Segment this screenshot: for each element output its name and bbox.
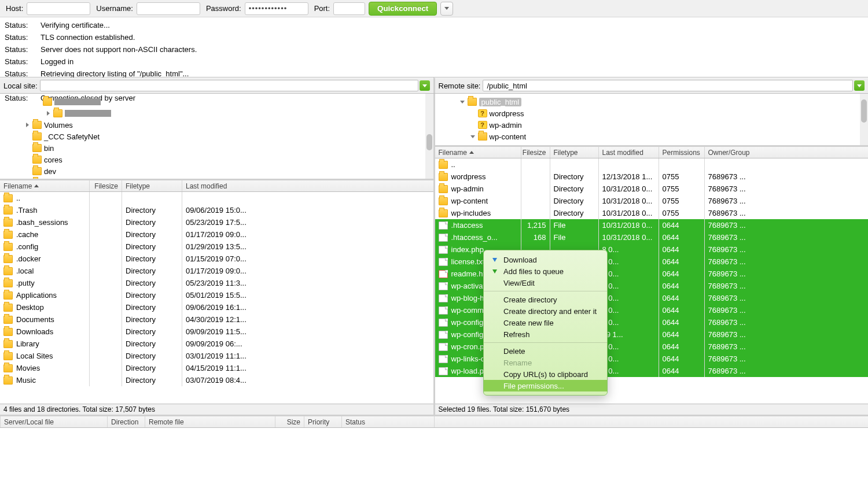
file-size [89, 241, 122, 253]
list-row[interactable]: .. [0, 192, 433, 204]
disclosure-down-icon[interactable] [470, 135, 476, 138]
password-input[interactable]: •••••••••••• [245, 2, 308, 15]
list-row[interactable]: .bash_sessionsDirectory05/23/2019 17:5..… [0, 216, 433, 228]
remote-list-header[interactable]: Filename Filesize Filetype Last modified… [435, 147, 869, 158]
col-owner[interactable]: Owner/Group [704, 147, 869, 158]
local-site-input[interactable] [40, 80, 418, 91]
folder-icon [3, 267, 13, 275]
menu-label: File permissions... [503, 382, 564, 390]
tree-node[interactable]: Volumes [0, 119, 433, 131]
remote-tree[interactable]: public_html?wordpress?wp-adminwp-content [435, 94, 869, 147]
quickconnect-button[interactable]: Quickconnect [369, 2, 437, 16]
list-row[interactable]: .htaccess1,215File10/31/2018 0...0644768… [435, 219, 869, 231]
menu-item[interactable]: Delete [484, 345, 607, 357]
col-direction[interactable]: Direction [107, 416, 145, 427]
col-filetype[interactable]: Filetype [550, 147, 598, 158]
remote-site-input[interactable]: /public_html [483, 80, 853, 91]
scrollbar[interactable] [425, 94, 433, 179]
menu-item[interactable]: Create directory [484, 294, 607, 305]
menu-item[interactable]: View/Edit [484, 277, 607, 289]
scrollbar[interactable] [860, 94, 868, 145]
list-row[interactable]: wordpressDirectory12/13/2018 1...0755768… [435, 171, 869, 183]
port-input[interactable] [333, 2, 365, 15]
host-input[interactable] [27, 2, 90, 15]
list-row[interactable]: DocumentsDirectory04/30/2019 12:1... [0, 313, 433, 326]
col-filesize[interactable]: Filesize [89, 180, 122, 191]
col-remote-file[interactable]: Remote file [145, 416, 275, 427]
tree-node[interactable]: ?wp-admin [435, 119, 869, 131]
file-type: File [550, 231, 598, 243]
file-owner: 7689673 ... [704, 353, 869, 365]
col-size[interactable]: Size [275, 416, 304, 427]
list-row[interactable]: .dockerDirectory01/15/2019 07:0... [0, 253, 433, 265]
tree-node[interactable] [0, 108, 433, 119]
list-row[interactable]: DesktopDirectory09/06/2019 16:1... [0, 301, 433, 313]
file-type: Directory [122, 253, 182, 265]
list-row[interactable]: .TrashDirectory09/06/2019 15:0... [0, 204, 433, 216]
tree-node[interactable]: wp-content [435, 131, 869, 142]
menu-item[interactable]: Add files to queue [484, 265, 607, 277]
menu-item[interactable]: File permissions... [484, 380, 607, 391]
file-type: Directory [550, 207, 598, 219]
queue-body[interactable] [0, 428, 868, 484]
col-status[interactable]: Status [341, 416, 434, 427]
remote-site-dropdown[interactable] [854, 80, 865, 91]
tree-node[interactable]: ?wordpress [435, 108, 869, 119]
tree-node[interactable]: _CCC SafetyNet [0, 131, 433, 142]
col-filename[interactable]: Filename [0, 180, 89, 191]
disclosure-right-icon[interactable] [45, 111, 51, 116]
file-size [89, 265, 122, 277]
col-server-local[interactable]: Server/Local file [0, 416, 107, 427]
list-row[interactable]: Local SitesDirectory03/01/2019 11:1... [0, 350, 433, 362]
menu-item[interactable]: Download [484, 254, 607, 265]
quickconnect-history-button[interactable] [440, 2, 453, 16]
col-priority[interactable]: Priority [304, 416, 341, 427]
file-size [521, 207, 550, 219]
disclosure-right-icon[interactable] [24, 123, 30, 127]
local-tree[interactable]: Volumes_CCC SafetyNetbincoresdevetc [0, 94, 433, 180]
file-size [89, 374, 122, 386]
local-site-label: Local site: [3, 82, 38, 90]
queue-header[interactable]: Server/Local file Direction Remote file … [0, 416, 868, 428]
list-row[interactable]: .configDirectory01/29/2019 13:5... [0, 241, 433, 253]
local-list-rows[interactable]: ...TrashDirectory09/06/2019 15:0....bash… [0, 192, 433, 404]
file-name: .. [451, 160, 455, 169]
file-name: Documents [16, 315, 54, 324]
file-type: Directory [122, 350, 182, 362]
folder-icon [3, 255, 13, 263]
list-row[interactable]: .puttyDirectory05/23/2019 11:3... [0, 277, 433, 289]
col-lastmodified[interactable]: Last modified [182, 180, 433, 191]
tree-node[interactable]: public_html [435, 96, 869, 108]
list-row[interactable]: wp-contentDirectory10/31/2018 0...075576… [435, 195, 869, 207]
list-row[interactable]: .. [435, 158, 869, 171]
menu-item[interactable]: Create new file [484, 317, 607, 328]
list-row[interactable]: wp-adminDirectory10/31/2018 0...07557689… [435, 183, 869, 195]
col-permissions[interactable]: Permissions [659, 147, 704, 158]
list-row[interactable]: LibraryDirectory09/09/2019 06:... [0, 338, 433, 350]
tree-node[interactable]: dev [0, 165, 433, 177]
message-log[interactable]: Status:Verifying certificate...Status:TL… [0, 17, 868, 77]
tree-node[interactable]: cores [0, 154, 433, 165]
list-row[interactable]: wp-includesDirectory10/31/2018 0...07557… [435, 207, 869, 219]
list-row[interactable]: .localDirectory01/17/2019 09:0... [0, 265, 433, 277]
menu-label: Delete [503, 347, 525, 356]
list-row[interactable]: .cacheDirectory01/17/2019 09:0... [0, 228, 433, 241]
col-filename[interactable]: Filename [435, 147, 521, 158]
list-row[interactable]: DownloadsDirectory09/09/2019 11:5... [0, 326, 433, 338]
list-row[interactable]: MoviesDirectory04/15/2019 11:1... [0, 362, 433, 374]
menu-item[interactable]: Create directory and enter it [484, 305, 607, 317]
local-list-header[interactable]: Filename Filesize Filetype Last modified [0, 180, 433, 192]
menu-item[interactable]: Copy URL(s) to clipboard [484, 368, 607, 380]
tree-node[interactable]: bin [0, 142, 433, 154]
local-site-dropdown[interactable] [420, 80, 430, 91]
menu-item[interactable]: Refresh [484, 328, 607, 340]
username-input[interactable] [137, 2, 200, 15]
list-row[interactable]: MusicDirectory03/07/2019 08:4... [0, 374, 433, 386]
list-row[interactable]: ApplicationsDirectory05/01/2019 15:5... [0, 289, 433, 301]
col-lastmodified[interactable]: Last modified [598, 147, 659, 158]
list-row[interactable]: .htaccess_o...168File10/31/2018 0...0644… [435, 231, 869, 243]
disclosure-down-icon[interactable] [459, 101, 465, 104]
col-filetype[interactable]: Filetype [122, 180, 182, 191]
col-filesize[interactable]: Filesize [521, 147, 550, 158]
tree-node[interactable] [0, 96, 433, 108]
